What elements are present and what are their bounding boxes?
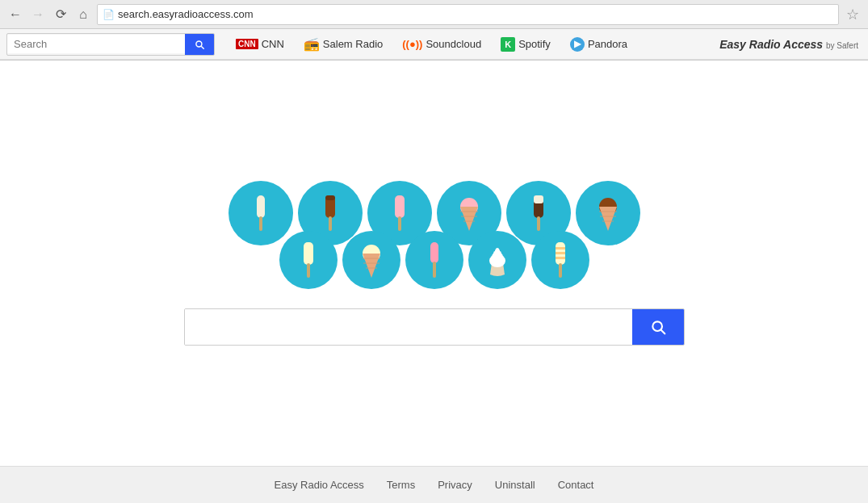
ice-cream-5 <box>522 192 555 234</box>
svg-marker-16 <box>599 207 617 231</box>
ic-circle-10 <box>468 231 526 289</box>
footer: Easy Radio Access Terms Privacy Uninstal… <box>0 466 868 503</box>
soundcloud-icon: ((●)) <box>402 38 422 50</box>
ext-link-salem-radio[interactable]: 📻 Salem Radio <box>296 35 391 53</box>
brand-name: Easy Radio Access by Safert <box>719 38 862 51</box>
ic-circle-9 <box>405 231 463 289</box>
ice-cream-3 <box>384 192 416 234</box>
footer-link-contact[interactable]: Contact <box>558 479 594 491</box>
radio-icon: 📻 <box>304 36 320 52</box>
svg-rect-38 <box>559 263 562 278</box>
svg-rect-28 <box>433 262 436 278</box>
main-search-box <box>184 308 685 346</box>
ice-cream-4 <box>453 192 485 234</box>
svg-rect-35 <box>556 247 565 249</box>
svg-rect-27 <box>430 242 438 263</box>
footer-link-easy-radio-access[interactable]: Easy Radio Access <box>275 479 364 491</box>
footer-link-privacy[interactable]: Privacy <box>438 479 472 491</box>
svg-rect-13 <box>534 195 543 203</box>
ext-link-spotify[interactable]: K Spotify <box>493 36 559 53</box>
url-text: search.easyradioaccess.com <box>118 8 833 20</box>
ice-cream-1 <box>245 192 277 234</box>
ext-link-pandora[interactable]: ▶ Pandora <box>562 36 635 53</box>
ice-cream-11 <box>544 239 577 281</box>
ext-link-cnn[interactable]: CNN CNN <box>228 36 292 52</box>
svg-rect-20 <box>304 242 313 265</box>
address-icon: 📄 <box>103 9 115 20</box>
main-search-input[interactable] <box>185 309 632 345</box>
ic-circle-11 <box>531 231 589 289</box>
spotify-icon: K <box>501 37 515 52</box>
ic-circle-7 <box>279 231 338 289</box>
forward-button[interactable]: → <box>29 6 47 23</box>
bookmark-button[interactable]: ☆ <box>844 6 862 23</box>
browser-toolbar: ← → ⟳ ⌂ 📄 search.easyradioaccess.com ☆ <box>0 0 868 29</box>
ext-search-input[interactable] <box>7 35 185 53</box>
ice-cream-6 <box>592 192 624 234</box>
pandora-icon: ▶ <box>570 37 585 52</box>
svg-rect-5 <box>395 195 405 218</box>
svg-rect-0 <box>257 195 265 218</box>
address-bar[interactable]: 📄 search.easyradioaccess.com <box>97 4 839 25</box>
svg-point-33 <box>496 248 499 251</box>
home-button[interactable]: ⌂ <box>74 6 92 23</box>
ext-toolbar: CNN CNN 📻 Salem Radio ((●)) Soundcloud K… <box>0 29 868 60</box>
ice-cream-8 <box>355 239 388 281</box>
footer-link-uninstall[interactable]: Uninstall <box>495 479 535 491</box>
ext-search-box[interactable] <box>6 33 215 56</box>
svg-rect-3 <box>325 195 335 200</box>
main-content <box>0 61 868 466</box>
svg-rect-36 <box>556 252 565 254</box>
ice-cream-7 <box>292 239 325 281</box>
ice-cream-row-bottom <box>279 231 589 289</box>
search-icon <box>194 39 205 50</box>
footer-link-terms[interactable]: Terms <box>387 479 415 491</box>
browser-chrome: ← → ⟳ ⌂ 📄 search.easyradioaccess.com ☆ C… <box>0 0 868 61</box>
ext-search-button[interactable] <box>185 33 214 56</box>
svg-rect-4 <box>329 216 332 231</box>
reload-button[interactable]: ⟳ <box>52 6 69 23</box>
main-search-button[interactable] <box>632 309 684 345</box>
svg-marker-23 <box>363 254 380 278</box>
ext-link-soundcloud[interactable]: ((●)) Soundcloud <box>394 36 489 52</box>
svg-marker-8 <box>460 207 478 231</box>
ic-circle-8 <box>342 231 400 289</box>
ice-cream-9 <box>418 239 451 281</box>
svg-line-40 <box>660 330 665 334</box>
svg-rect-1 <box>259 216 262 231</box>
ice-cream-logo <box>229 181 640 289</box>
cnn-icon: CNN <box>236 39 258 49</box>
back-button[interactable]: ← <box>6 6 24 23</box>
ice-cream-2 <box>314 192 346 234</box>
svg-rect-6 <box>398 216 401 231</box>
svg-rect-14 <box>537 216 540 231</box>
svg-rect-21 <box>307 263 310 278</box>
svg-rect-37 <box>556 257 565 259</box>
main-search-icon <box>650 319 666 335</box>
ext-links: CNN CNN 📻 Salem Radio ((●)) Soundcloud K… <box>228 35 719 53</box>
ice-cream-10 <box>481 239 514 281</box>
